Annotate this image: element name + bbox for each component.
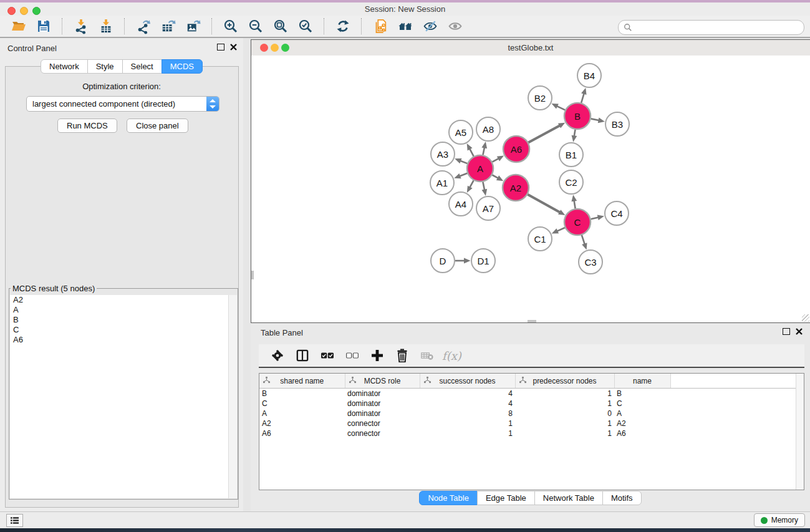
result-list-item[interactable]: B <box>10 315 229 325</box>
memory-button[interactable]: Memory <box>754 513 805 527</box>
table-cell[interactable]: A2 <box>259 418 345 428</box>
table-cell[interactable]: connector <box>345 418 420 428</box>
show-columns-icon[interactable] <box>292 347 312 364</box>
column-header-MCDS-role[interactable]: MCDS role <box>345 374 420 389</box>
result-scrollbar[interactable] <box>228 295 237 498</box>
table-cell[interactable]: C <box>614 399 670 409</box>
export-network-icon[interactable] <box>132 17 155 36</box>
table-cell[interactable]: 1 <box>420 418 515 428</box>
table-row[interactable]: A2connector11A2 <box>259 418 797 428</box>
column-header-shared-name[interactable]: shared name <box>259 374 345 389</box>
edge-C-C3[interactable] <box>582 235 585 244</box>
tab-node-table[interactable]: Node Table <box>419 491 478 505</box>
table-cell[interactable]: dominator <box>345 409 420 418</box>
table-row[interactable]: Bdominator41B <box>259 389 797 399</box>
save-session-icon[interactable] <box>32 17 55 36</box>
add-row-icon[interactable] <box>367 347 387 364</box>
edge-B-B4[interactable] <box>581 94 584 103</box>
float-panel-icon[interactable] <box>217 44 224 51</box>
network-graph[interactable]: B4B2BB3A8A5A6A3B1AC2A1A2A4A7C4CC1C3DD1 <box>251 56 810 322</box>
search-field[interactable] <box>618 20 804 35</box>
search-input[interactable] <box>635 21 804 34</box>
result-list-item[interactable]: C <box>10 325 229 335</box>
node-table-grid[interactable]: shared nameMCDS rolesuccessor nodesprede… <box>259 374 797 438</box>
edge-A-A4[interactable] <box>470 180 473 187</box>
table-cell[interactable]: B <box>259 389 345 399</box>
tab-edge-table[interactable]: Edge Table <box>477 491 535 505</box>
edge-B-B2[interactable] <box>557 106 565 110</box>
column-header-name[interactable]: name <box>614 374 670 389</box>
edge-B-B1[interactable] <box>574 130 576 137</box>
edge-A-A2[interactable] <box>492 175 498 178</box>
refresh-icon[interactable] <box>332 17 354 36</box>
network-window-titlebar[interactable]: testGlobe.txt <box>251 40 810 56</box>
table-cell[interactable]: 1 <box>515 399 614 409</box>
table-cell[interactable]: dominator <box>345 389 420 399</box>
table-row[interactable]: Cdominator41C <box>259 399 797 409</box>
result-list-item[interactable]: A2 <box>10 295 229 305</box>
export-table-icon[interactable] <box>157 17 180 36</box>
close-panel-icon[interactable] <box>230 44 237 51</box>
select-all-checkboxes-icon[interactable] <box>317 347 337 364</box>
table-cell[interactable]: C <box>259 399 345 409</box>
table-cell[interactable]: A <box>259 409 345 418</box>
table-scrollbar[interactable] <box>796 374 804 490</box>
hide-graphics-details-icon[interactable] <box>419 17 441 36</box>
float-table-panel-icon[interactable] <box>783 328 790 335</box>
edge-A-A5[interactable] <box>470 148 473 156</box>
result-list-item[interactable]: A <box>10 305 229 315</box>
table-cell[interactable]: 4 <box>420 389 515 399</box>
mcds-result-list[interactable]: A2ABCA6 <box>10 295 229 498</box>
tab-motifs[interactable]: Motifs <box>602 491 642 505</box>
table-cell[interactable]: 0 <box>515 409 614 418</box>
tab-mcds[interactable]: MCDS <box>162 59 203 74</box>
edge-A-A6[interactable] <box>492 158 498 162</box>
task-history-button[interactable] <box>6 514 23 527</box>
edge-A-A8[interactable] <box>483 147 484 155</box>
window-resize-handle[interactable] <box>802 314 809 322</box>
table-cell[interactable]: 1 <box>515 418 614 428</box>
result-list-item[interactable]: A6 <box>10 335 229 345</box>
delete-row-icon[interactable] <box>392 347 412 364</box>
table-cell[interactable]: B <box>614 389 670 399</box>
column-header-predecessor-nodes[interactable]: predecessor nodes <box>515 374 614 389</box>
tab-style[interactable]: Style <box>87 59 123 74</box>
zoom-in-icon[interactable] <box>219 17 242 36</box>
table-cell[interactable]: A6 <box>614 428 670 438</box>
column-header-successor-nodes[interactable]: successor nodes <box>420 374 515 389</box>
zoom-out-icon[interactable] <box>244 17 267 36</box>
edge-A-A7[interactable] <box>483 182 485 190</box>
tab-network-table[interactable]: Network Table <box>534 491 603 505</box>
edge-A-A1[interactable] <box>460 173 467 177</box>
table-cell[interactable]: 1 <box>515 428 614 438</box>
table-row[interactable]: A6connector11A6 <box>259 428 797 438</box>
deselect-all-checkboxes-icon[interactable] <box>342 347 362 364</box>
edge-B-B3[interactable] <box>591 118 599 120</box>
import-table-icon[interactable] <box>95 17 117 36</box>
edge-C-C1[interactable] <box>557 228 565 231</box>
network-canvas[interactable]: B4B2BB3A8A5A6A3B1AC2A1A2A4A7C4CC1C3DD1 <box>251 56 810 322</box>
import-network-icon[interactable] <box>70 17 92 36</box>
edge-A6-B[interactable] <box>528 125 560 142</box>
tab-select[interactable]: Select <box>122 59 162 74</box>
new-network-from-selection-icon[interactable] <box>369 17 392 36</box>
zoom-selected-icon[interactable] <box>294 17 317 36</box>
zoom-fit-icon[interactable] <box>269 17 292 36</box>
table-row[interactable]: Adominator80A <box>259 409 797 418</box>
open-session-icon[interactable] <box>7 17 30 36</box>
table-cell[interactable]: 4 <box>420 399 515 409</box>
tab-network[interactable]: Network <box>41 59 88 74</box>
delete-table-icon[interactable] <box>417 347 437 364</box>
table-cell[interactable]: connector <box>345 428 420 438</box>
toggle-view-icon[interactable] <box>444 17 466 36</box>
table-options-icon[interactable] <box>268 347 287 364</box>
first-neighbors-icon[interactable] <box>394 17 417 36</box>
table-cell[interactable]: A <box>614 409 670 418</box>
run-mcds-button[interactable]: Run MCDS <box>57 118 117 133</box>
table-cell[interactable]: dominator <box>345 399 420 409</box>
table-cell[interactable]: A2 <box>614 418 670 428</box>
table-cell[interactable]: 1 <box>420 428 515 438</box>
table-cell[interactable]: 1 <box>515 389 614 399</box>
function-builder-icon[interactable]: f(x) <box>442 349 461 362</box>
table-cell[interactable]: A6 <box>259 428 345 438</box>
